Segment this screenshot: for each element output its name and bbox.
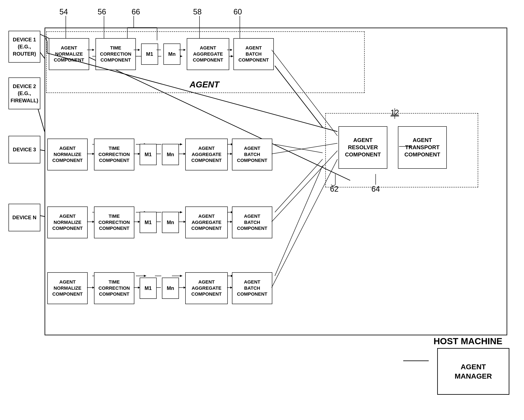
- host-machine-label: HOST MACHINE: [434, 336, 502, 346]
- row4-batch: AGENT BATCH COMPONENT: [232, 272, 272, 304]
- row2-m1: M1: [140, 144, 157, 165]
- row1-batch: AGENT BATCH COMPONENT: [234, 38, 274, 70]
- row2-aggregate: AGENT AGGREGATE COMPONENT: [185, 139, 228, 170]
- row4-m1: M1: [140, 278, 157, 299]
- ref-66: 66: [131, 8, 140, 16]
- row1-m1: M1: [141, 44, 158, 65]
- device-n: DEVICE N: [9, 204, 40, 231]
- agent-manager-box: AGENT MANAGER: [437, 348, 509, 395]
- row1-normalize: AGENT NORMALIZE COMPONENT: [49, 38, 89, 70]
- ref-58: 58: [193, 8, 202, 16]
- host-machine-container: HOST MACHINE AGENT AGENT NORMALIZE COMPO…: [44, 28, 507, 335]
- device-1: DEVICE 1 (E.G., ROUTER): [9, 31, 40, 63]
- device-3: DEVICE 3: [9, 136, 40, 163]
- transport-component: AGENT TRANSPORT COMPONENT: [398, 126, 447, 169]
- row1-mn: Mn: [163, 44, 180, 65]
- device-2: DEVICE 2 (E.G., FIREWALL): [9, 78, 40, 109]
- agent-border: AGENT AGENT NORMALIZE COMPONENT TIME COR…: [46, 31, 365, 93]
- row1-time-correction: TIME CORRECTION COMPONENT: [96, 38, 136, 70]
- row2-time-correction: TIME CORRECTION COMPONENT: [94, 139, 134, 170]
- ref-54: 54: [60, 8, 68, 16]
- row2-mn: Mn: [162, 144, 179, 165]
- row3-mn: Mn: [162, 212, 179, 233]
- row2-normalize: AGENT NORMALIZE COMPONENT: [47, 139, 88, 170]
- row3-time-correction: TIME CORRECTION COMPONENT: [94, 207, 134, 238]
- ref-56: 56: [98, 8, 106, 16]
- agent-label: AGENT: [190, 80, 219, 89]
- row3-m1: M1: [140, 212, 157, 233]
- row3-batch: AGENT BATCH COMPONENT: [232, 207, 272, 238]
- resolver-transport-border: AGENT RESOLVER COMPONENT AGENT TRANSPORT…: [325, 113, 478, 187]
- row4-normalize: AGENT NORMALIZE COMPONENT: [47, 272, 88, 304]
- row1-aggregate: AGENT AGGREGATE COMPONENT: [187, 38, 229, 70]
- ref-60: 60: [234, 8, 242, 16]
- row3-normalize: AGENT NORMALIZE COMPONENT: [47, 207, 88, 238]
- resolver-component: AGENT RESOLVER COMPONENT: [339, 126, 387, 169]
- row4-aggregate: AGENT AGGREGATE COMPONENT: [185, 272, 228, 304]
- row4-mn: Mn: [162, 278, 179, 299]
- row4-time-correction: TIME CORRECTION COMPONENT: [94, 272, 134, 304]
- row3-aggregate: AGENT AGGREGATE COMPONENT: [185, 207, 228, 238]
- row2-batch: AGENT BATCH COMPONENT: [232, 139, 272, 170]
